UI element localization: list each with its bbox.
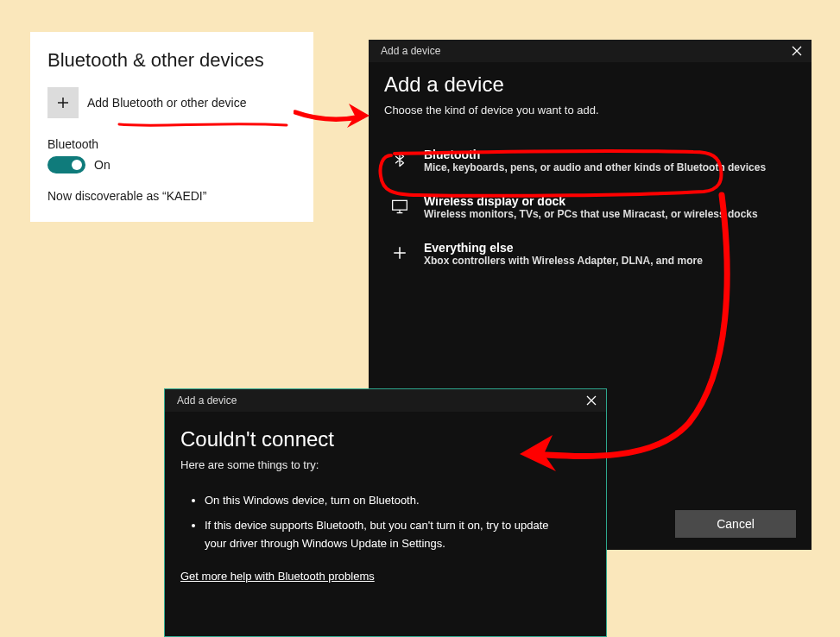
dialog-titlebar: Add a device: [165, 389, 606, 412]
option-title: Everything else: [424, 241, 703, 255]
help-link[interactable]: Get more help with Bluetooth problems: [180, 570, 375, 583]
option-desc: Wireless monitors, TVs, or PCs that use …: [424, 208, 758, 220]
bluetooth-settings-panel: Bluetooth & other devices Add Bluetooth …: [30, 32, 313, 222]
discoverable-text: Now discoverable as “KAEDI”: [47, 189, 296, 203]
cancel-button[interactable]: Cancel: [675, 510, 796, 538]
page-title: Bluetooth & other devices: [47, 49, 296, 72]
option-desc: Mice, keyboards, pens, or audio and othe…: [424, 161, 766, 173]
list-item: On this Windows device, turn on Bluetoot…: [205, 492, 591, 510]
bluetooth-section-label: Bluetooth: [47, 137, 296, 151]
monitor-icon: [389, 196, 410, 217]
couldnt-connect-dialog: Add a device Couldn't connect Here are s…: [164, 388, 607, 637]
device-option-everything-else[interactable]: Everything else Xbox controllers with Wi…: [384, 230, 796, 277]
svg-rect-0: [393, 200, 407, 210]
close-icon[interactable]: [791, 45, 803, 57]
bluetooth-icon: [389, 149, 410, 170]
add-device-label: Add Bluetooth or other device: [87, 96, 246, 110]
plus-icon: [47, 87, 79, 118]
list-item: If this device supports Bluetooth, but y…: [205, 517, 591, 553]
dialog-titlebar-text: Add a device: [381, 45, 440, 57]
dialog-titlebar-text: Add a device: [177, 394, 237, 407]
dialog-heading: Couldn't connect: [180, 427, 591, 451]
device-option-wireless-display[interactable]: Wireless display or dock Wireless monito…: [384, 184, 796, 230]
bluetooth-toggle[interactable]: [47, 156, 85, 173]
dialog-subheading: Here are some things to try:: [180, 458, 591, 471]
dialog-heading: Add a device: [384, 73, 796, 97]
dialog-titlebar: Add a device: [369, 40, 812, 62]
close-icon[interactable]: [585, 394, 597, 407]
plus-icon: [389, 243, 410, 263]
dialog-subheading: Choose the kind of device you want to ad…: [384, 104, 796, 117]
device-option-bluetooth[interactable]: Bluetooth Mice, keyboards, pens, or audi…: [384, 137, 796, 184]
bluetooth-toggle-state: On: [94, 158, 111, 172]
option-title: Wireless display or dock: [424, 194, 758, 208]
option-desc: Xbox controllers with Wireless Adapter, …: [424, 255, 703, 267]
option-title: Bluetooth: [424, 148, 766, 161]
add-device-button[interactable]: Add Bluetooth or other device: [47, 87, 296, 118]
